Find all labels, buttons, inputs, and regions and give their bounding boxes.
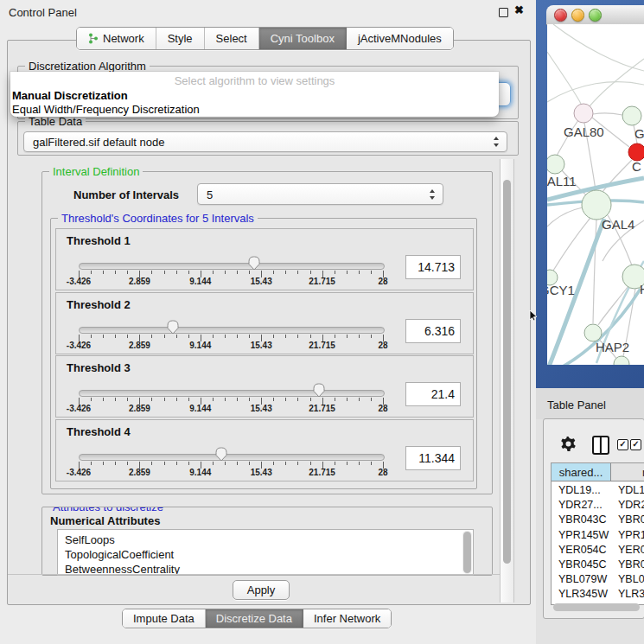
threshold-value-field[interactable]: 14.713 (405, 255, 461, 279)
tick-label: 2.859 (129, 341, 150, 350)
minor-tick (249, 398, 250, 401)
table-cell[interactable]: YDR27... (558, 499, 603, 511)
table-cell[interactable]: YPR145W (558, 529, 609, 541)
table-cell[interactable]: YBR0 (618, 558, 644, 571)
list-scrollbar[interactable] (462, 531, 472, 574)
threshold-label: Threshold 1 (67, 234, 131, 247)
table-horizontal-scrollbar[interactable] (553, 603, 640, 611)
network-node-c[interactable] (628, 143, 644, 161)
tick-label: 28 (378, 468, 387, 477)
network-edge[interactable] (547, 52, 581, 104)
gear-icon[interactable] (561, 437, 576, 451)
tab-infer-network[interactable]: Infer Network (303, 609, 391, 628)
slider-thumb[interactable] (214, 446, 228, 462)
scrollbar-thumb[interactable] (463, 532, 471, 573)
attribute-item-selfloops[interactable]: SelfLoops (58, 532, 473, 547)
checkbox-icon[interactable]: ✓ (630, 439, 641, 450)
network-node-gal11[interactable] (547, 155, 564, 174)
minor-tick (297, 462, 298, 465)
table-cell[interactable]: YER054C (558, 544, 607, 556)
slider-track[interactable] (79, 390, 385, 397)
tab-style[interactable]: Style (156, 28, 205, 49)
table-cell[interactable]: YDR2 (618, 499, 644, 511)
network-edge[interactable] (547, 207, 583, 226)
attribute-item-topologicalcoefficient[interactable]: TopologicalCoefficient (58, 547, 473, 562)
slider-thumb[interactable] (312, 382, 326, 399)
column-header-n[interactable]: n (611, 463, 644, 481)
tick-label: 28 (378, 277, 387, 286)
dropdown-option-equal-width-frequency-discretization[interactable]: Equal Width/Frequency Discretization (12, 103, 200, 117)
network-node-gal4[interactable] (582, 190, 611, 220)
threshold-value-field[interactable]: 6.316 (405, 319, 461, 343)
checkbox-icon[interactable]: ✓ (617, 439, 628, 450)
threshold-value-field[interactable]: 21.4 (405, 382, 461, 406)
column-header-shared-[interactable]: shared... (552, 463, 611, 481)
tab-jactivemnodules[interactable]: jActiveMNodules (347, 28, 453, 49)
table-cell[interactable]: YPR1 (618, 529, 644, 541)
tick-label: 28 (378, 404, 387, 413)
mac-zoom-icon[interactable] (589, 9, 602, 22)
tab-impute-data[interactable]: Impute Data (123, 609, 206, 628)
tab-label: Impute Data (133, 612, 194, 625)
table-cell[interactable]: YBR043C (558, 513, 607, 526)
tab-discretize-data[interactable]: Discretize Data (206, 609, 303, 628)
table-cell[interactable]: YBL0 (618, 573, 644, 585)
table-cell[interactable]: YDL1 (618, 484, 644, 496)
slider-track[interactable] (79, 327, 385, 334)
attributes-list[interactable]: SelfLoopsTopologicalCoefficientBetweenne… (57, 529, 474, 576)
tab-cyni-toolbox[interactable]: Cyni Toolbox (259, 28, 347, 49)
minor-tick (371, 462, 372, 465)
network-edge[interactable] (590, 59, 644, 106)
mac-minimize-icon[interactable] (571, 9, 584, 22)
network-node-hap2[interactable] (584, 324, 602, 341)
network-canvas[interactable]: GAL80GACGAL11GAL4GCY1HHAP2 (547, 24, 644, 365)
table-cell[interactable]: YER0 (618, 544, 644, 556)
tab-select[interactable]: Select (205, 28, 259, 49)
minor-tick (91, 398, 92, 401)
table-cell[interactable]: YBR0 (618, 513, 644, 526)
minor-tick (213, 398, 214, 401)
tick-label: -3.426 (67, 468, 91, 477)
main-scrollbar[interactable] (500, 159, 514, 603)
mac-close-icon[interactable] (554, 9, 567, 22)
slider-thumb[interactable] (247, 255, 261, 271)
dropdown-option-manual-discretization[interactable]: Manual Discretization (12, 89, 128, 103)
minor-tick (347, 398, 348, 401)
float-window-icon[interactable] (499, 8, 508, 17)
network-node-gal80[interactable] (574, 104, 593, 123)
tab-network[interactable]: Network (77, 28, 156, 49)
tab-label: Network (103, 32, 144, 45)
minor-tick (103, 398, 104, 401)
minor-tick (359, 335, 360, 338)
network-edge[interactable] (593, 113, 622, 115)
network-node-ga[interactable] (622, 106, 641, 125)
threshold-panel-3: Threshold 3-3.4262.8599.14415.4321.71528… (55, 355, 474, 418)
threshold-panel-4: Threshold 4-3.4262.8599.14415.4321.71528… (55, 419, 474, 481)
network-window-titlebar[interactable] (546, 5, 644, 25)
table-cell[interactable]: YBL079W (558, 573, 607, 585)
threshold-value-field[interactable]: 11.344 (405, 446, 461, 470)
tab-label: Discretize Data (216, 612, 292, 625)
table-cell[interactable]: YLR345W (558, 588, 608, 600)
table-cell[interactable]: YLR3 (618, 588, 644, 600)
num-intervals-combobox[interactable]: 5 (197, 183, 443, 205)
network-edge[interactable] (553, 24, 644, 71)
close-icon[interactable]: ✖ (514, 3, 524, 16)
slider-thumb[interactable] (166, 319, 180, 335)
minor-tick (371, 398, 372, 401)
table-cell[interactable]: YDL19... (558, 484, 601, 496)
tick-label: 21.715 (309, 404, 335, 413)
slider-track[interactable] (79, 454, 385, 461)
minor-tick (225, 335, 226, 338)
network-edge[interactable] (553, 218, 590, 271)
split-columns-icon[interactable] (592, 436, 609, 455)
slider-track[interactable] (79, 263, 385, 270)
stepper-arrows-icon (430, 189, 436, 200)
minor-tick (213, 335, 214, 338)
table-cell[interactable]: YBR045C (558, 558, 607, 571)
combobox-value: galFiltered.sif default node (33, 136, 164, 149)
apply-button[interactable]: Apply (233, 580, 290, 600)
minor-tick (103, 335, 104, 338)
scrollbar-thumb[interactable] (503, 180, 511, 564)
table-data-combobox[interactable]: galFiltered.sif default node (23, 131, 507, 152)
